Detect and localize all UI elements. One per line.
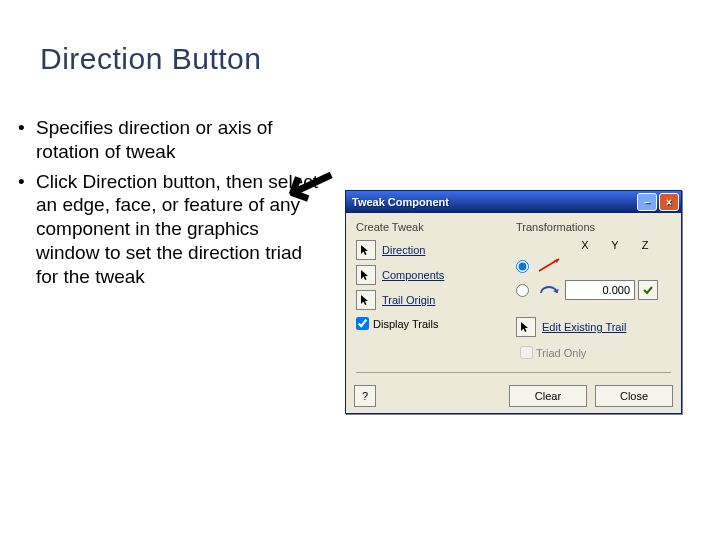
apply-value-button[interactable] [638, 280, 658, 300]
close-button[interactable]: Close [595, 385, 673, 407]
close-window-button[interactable]: × [659, 193, 679, 211]
dialog-titlebar[interactable]: Tweak Component – × [346, 191, 681, 213]
edit-existing-trail-link[interactable]: Edit Existing Trail [542, 321, 626, 333]
axis-x-header: X [570, 239, 600, 251]
value-input[interactable] [565, 280, 635, 300]
bullet-1: Specifies direction or axis of rotation … [36, 116, 318, 164]
check-icon [643, 285, 653, 295]
direction-pick-button[interactable] [356, 240, 376, 260]
display-trails-checkbox[interactable] [356, 317, 369, 330]
components-pick-button[interactable] [356, 265, 376, 285]
cursor-icon [520, 321, 532, 333]
axis-y-header: Y [600, 239, 630, 251]
cursor-icon [360, 244, 372, 256]
cursor-icon [360, 294, 372, 306]
trail-origin-pick-button[interactable] [356, 290, 376, 310]
help-button[interactable]: ? [354, 385, 376, 407]
linear-radio[interactable] [516, 260, 529, 273]
tweak-component-dialog: Tweak Component – × Create Tweak Directi… [345, 190, 682, 414]
rotate-arrow-icon [535, 279, 565, 301]
triad-only-label: Triad Only [536, 347, 586, 359]
move-arrow-icon [535, 255, 565, 277]
triad-only-checkbox [520, 346, 533, 359]
group-create-tweak-label: Create Tweak [356, 221, 506, 233]
direction-link[interactable]: Direction [382, 244, 425, 256]
slide-title: Direction Button [40, 42, 261, 76]
clear-button[interactable]: Clear [509, 385, 587, 407]
components-link[interactable]: Components [382, 269, 444, 281]
trail-origin-link[interactable]: Trail Origin [382, 294, 435, 306]
group-transformations-label: Transformations [516, 221, 671, 233]
minimize-button[interactable]: – [637, 193, 657, 211]
axis-z-header: Z [630, 239, 660, 251]
edit-trail-pick-button[interactable] [516, 317, 536, 337]
bullet-list: •Specifies direction or axis of rotation… [18, 116, 318, 294]
bullet-2: Click Direction button, then select an e… [36, 170, 318, 289]
dialog-title: Tweak Component [352, 196, 635, 208]
cursor-icon [360, 269, 372, 281]
rotate-radio[interactable] [516, 284, 529, 297]
display-trails-label: Display Trails [373, 318, 438, 330]
